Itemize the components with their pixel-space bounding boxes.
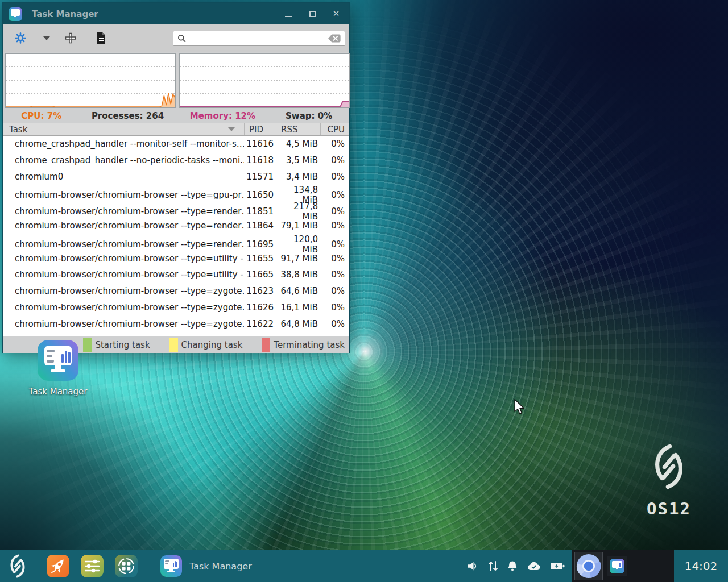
- table-row[interactable]: chromium0 11571 3,4 MiB 0%: [3, 169, 349, 185]
- task-cell: chromium-browser/chromium-browser --type…: [3, 221, 244, 231]
- table-row[interactable]: chrome_crashpad_handler --monitor-self -…: [3, 136, 349, 152]
- task-manager-window: Task Manager ✕: [2, 2, 350, 353]
- table-row[interactable]: chromium-browser/chromium-browser --type…: [3, 315, 349, 332]
- taskbar: Task Manager: [0, 550, 728, 582]
- task-cell: chromium-browser/chromium-browser --type…: [3, 239, 244, 250]
- rocket-icon: [47, 555, 69, 577]
- rss-cell: 217,8 MiB: [276, 201, 320, 222]
- table-row[interactable]: chromium-browser/chromium-browser --type…: [3, 201, 349, 218]
- launcher-rocket-button[interactable]: [47, 555, 69, 577]
- clock[interactable]: 14:02: [674, 550, 728, 582]
- app-grid-icon: [115, 555, 138, 577]
- settings-button[interactable]: [13, 30, 28, 46]
- notifications-bell-icon[interactable]: [506, 559, 519, 573]
- settings-dropdown-button[interactable]: [39, 30, 55, 46]
- rss-cell: 120,0 MiB: [276, 234, 320, 255]
- tray-task-manager-button[interactable]: [607, 556, 627, 576]
- pid-cell: 11655: [244, 253, 276, 264]
- table-row[interactable]: chromium-browser/chromium-browser --type…: [3, 283, 349, 300]
- titlebar[interactable]: Task Manager ✕: [3, 3, 349, 24]
- tray-chromium-button[interactable]: [574, 552, 603, 580]
- rss-cell: 3,4 MiB: [276, 172, 320, 182]
- cpu-cell: 0%: [320, 190, 349, 200]
- column-header-rss[interactable]: RSS: [276, 123, 320, 135]
- start-menu-button[interactable]: [0, 550, 35, 582]
- minimize-icon: [285, 16, 292, 17]
- cpu-cell: 0%: [320, 319, 349, 329]
- task-cell: chromium-browser/chromium-browser --type…: [3, 206, 244, 217]
- close-button[interactable]: ✕: [332, 10, 341, 19]
- table-row[interactable]: chrome_crashpad_handler --no-periodic-ta…: [3, 152, 349, 169]
- pid-cell: 11618: [244, 155, 276, 165]
- cpu-stat: CPU: 7%: [3, 111, 80, 121]
- chromium-icon: [576, 553, 602, 579]
- pid-cell: 11626: [244, 302, 276, 313]
- cpu-cell: 0%: [320, 302, 349, 313]
- network-traffic-icon[interactable]: [487, 559, 499, 573]
- minimize-button[interactable]: [284, 10, 293, 19]
- cloud-sync-icon[interactable]: [526, 559, 543, 573]
- desktop-icon-task-manager[interactable]: [38, 340, 78, 381]
- rss-cell: 64,6 MiB: [276, 286, 320, 296]
- task-cell: chromium-browser/chromium-browser --type…: [3, 190, 244, 200]
- rss-cell: 3,5 MiB: [276, 155, 320, 165]
- task-cell: chromium-browser/chromium-browser --type…: [3, 269, 244, 280]
- task-cell: chromium-browser/chromium-browser --type…: [3, 319, 244, 329]
- usage-graphs: [3, 52, 349, 109]
- settings-sliders-button[interactable]: [81, 555, 104, 577]
- table-row[interactable]: chromium-browser/chromium-browser --type…: [3, 300, 349, 316]
- mouse-cursor: [512, 398, 527, 415]
- desktop-icon-label[interactable]: Task Manager: [9, 386, 107, 397]
- column-header-task[interactable]: Task: [3, 123, 244, 135]
- clear-search-icon[interactable]: [328, 34, 341, 43]
- pid-cell: 11623: [244, 286, 276, 296]
- terminating-task-swatch: [262, 338, 270, 352]
- pick-window-button[interactable]: [63, 30, 78, 46]
- cpu-cell: 0%: [320, 206, 349, 217]
- starting-task-swatch: [83, 338, 92, 352]
- search-input[interactable]: [190, 34, 328, 44]
- cpu-cell: 0%: [320, 286, 349, 296]
- table-row[interactable]: chromium-browser/chromium-browser --type…: [3, 185, 349, 201]
- os12-logo-icon: [650, 442, 688, 491]
- tray-task-manager-icon: [610, 559, 624, 573]
- task-cell: chrome_crashpad_handler --no-periodic-ta…: [3, 155, 244, 165]
- toolbar: [3, 24, 349, 52]
- column-header-cpu[interactable]: CPU: [320, 123, 349, 135]
- os12-logo-text: OS12: [642, 499, 696, 518]
- desktop[interactable]: OS12 Task Manager Task Manager ✕: [0, 0, 728, 582]
- rss-cell: 4,5 MiB: [276, 139, 320, 149]
- app-grid-button[interactable]: [115, 555, 138, 577]
- pid-cell: 11665: [244, 269, 276, 280]
- task-cell: chromium-browser/chromium-browser --type…: [3, 302, 244, 313]
- sort-descending-icon: [228, 127, 235, 131]
- table-row[interactable]: chromium-browser/chromium-browser --type…: [3, 234, 349, 251]
- changing-task-swatch: [169, 338, 178, 352]
- window-app-icon: [9, 7, 22, 21]
- search-field[interactable]: [173, 31, 345, 46]
- cpu-cell: 0%: [320, 139, 349, 149]
- taskbar-window-button[interactable]: Task Manager: [160, 555, 252, 577]
- pid-cell: 11622: [244, 319, 276, 329]
- table-row[interactable]: chromium-browser/chromium-browser --type…: [3, 267, 349, 283]
- process-table: chrome_crashpad_handler --monitor-self -…: [3, 136, 349, 336]
- volume-icon[interactable]: [466, 559, 481, 573]
- maximize-icon: [309, 11, 316, 17]
- stats-bar: CPU: 7% Processes: 264 Memory: 12% Swap:…: [3, 109, 349, 123]
- rss-cell: 16,1 MiB: [276, 302, 320, 313]
- legend-starting-task: Starting task: [83, 338, 150, 352]
- swap-stat: Swap: 0%: [269, 111, 349, 121]
- cpu-cell: 0%: [320, 239, 349, 250]
- cpu-cell: 0%: [320, 221, 349, 231]
- document-icon: [96, 31, 107, 45]
- legend-terminating-task: Terminating task: [262, 338, 345, 352]
- maximize-button[interactable]: [308, 10, 317, 19]
- task-cell: chrome_crashpad_handler --monitor-self -…: [3, 139, 244, 149]
- battery-icon[interactable]: [549, 559, 567, 573]
- column-header-pid[interactable]: PID: [244, 123, 276, 135]
- details-button[interactable]: [93, 30, 109, 46]
- sliders-icon: [81, 555, 104, 577]
- status-icon-area: [466, 559, 567, 573]
- os12-start-icon: [7, 554, 28, 579]
- pid-cell: 11571: [244, 172, 276, 182]
